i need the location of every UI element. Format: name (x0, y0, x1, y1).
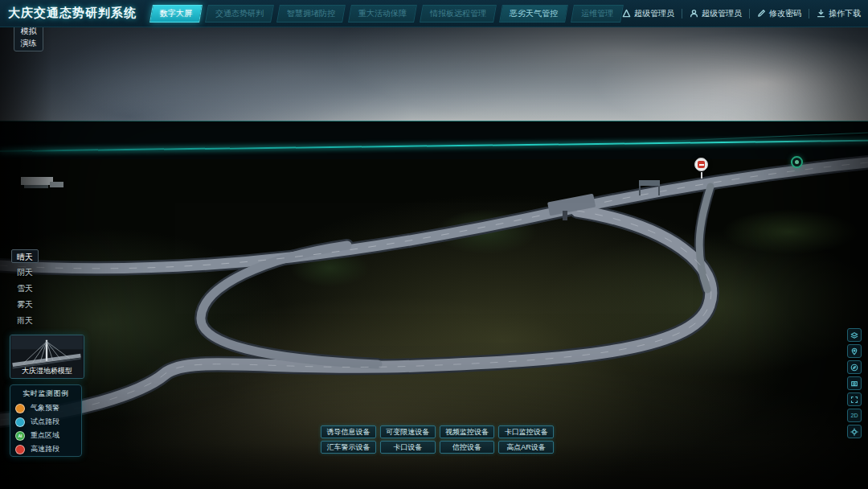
map-tool-capture[interactable] (847, 376, 862, 390)
map-toolbar: 2D (847, 328, 862, 438)
camera-marker[interactable] (791, 156, 803, 168)
tab-infoboard-management[interactable]: 情报板远程管理 (420, 5, 497, 23)
tab-ops-management[interactable]: 运维管理 (571, 5, 624, 23)
user-account[interactable]: 超级管理员 (690, 8, 742, 19)
user-role-badge[interactable]: 超级管理员 (622, 8, 674, 19)
legend-item-highway[interactable]: 高速路段 (15, 442, 76, 456)
app-window: 大庆交通态势研判系统 数字大屏 交通态势研判 智慧拥堵防控 重大活动保障 情报板… (0, 0, 868, 489)
divider (749, 9, 750, 18)
change-password-button[interactable]: 修改密码 (757, 8, 801, 19)
fullscreen-icon (850, 396, 858, 404)
pilot-road-icon (15, 417, 25, 427)
weather-warning-icon (15, 404, 25, 413)
layers-icon (850, 331, 858, 339)
device-row-2: 汇车警示设备 卡口设备 信控设备 高点AR设备 (321, 441, 554, 454)
app-title: 大庆交通态势研判系统 (8, 6, 137, 21)
toll-station-marker[interactable] (694, 158, 708, 171)
sim-button-line1: 模拟 (14, 26, 43, 38)
legend-item-key-area[interactable]: AI 重点区域 (15, 429, 76, 442)
interchange-roads (0, 27, 868, 489)
device-button-variable-speed[interactable]: 可变限速设备 (380, 425, 436, 438)
map-tool-fullscreen[interactable] (847, 392, 862, 406)
weather-option-sunny[interactable]: 晴天 (11, 249, 39, 263)
map-tool-compass[interactable] (847, 360, 862, 374)
device-button-guidance-info[interactable]: 诱导信息设备 (321, 425, 376, 438)
user-zone: 超级管理员 超级管理员 修改密码 操作下载 (622, 8, 868, 19)
divider (809, 9, 809, 18)
device-button-checkpoint-monitor[interactable]: 卡口监控设备 (498, 425, 554, 438)
legend-item-weather-warning[interactable]: 气象预警 (15, 401, 76, 415)
tab-traffic-analysis[interactable]: 交通态势研判 (205, 5, 274, 23)
device-button-merge-warning[interactable]: 汇车警示设备 (321, 441, 376, 454)
tab-severe-weather[interactable]: 恶劣天气管控 (499, 5, 568, 23)
nav-tabs: 数字大屏 交通态势研判 智慧拥堵防控 重大活动保障 情报板远程管理 恶劣天气管控… (151, 5, 622, 23)
divider (682, 9, 682, 18)
location-pin-icon (850, 347, 858, 355)
device-button-signal-control[interactable]: 信控设备 (440, 441, 495, 454)
bridge-model-caption: 大庆湿地桥模型 (10, 366, 84, 376)
bridge-model-card[interactable]: 大庆湿地桥模型 (10, 335, 84, 379)
weather-selector: 晴天 阴天 雪天 雾天 雨天 (11, 249, 39, 327)
download-icon (817, 9, 825, 18)
monitoring-legend-panel: 实时监测图例 气象预警 试点路段 AI 重点区域 高速路段 (10, 384, 82, 457)
key-area-ai-icon: AI (15, 431, 25, 441)
tab-digital-screen[interactable]: 数字大屏 (149, 5, 203, 23)
map-tool-2d-toggle[interactable]: 2D (847, 409, 862, 422)
role-badge-icon (622, 9, 631, 18)
pencil-icon (757, 9, 766, 18)
tab-event-support[interactable]: 重大活动保障 (348, 5, 417, 23)
map-tool-location[interactable] (847, 344, 862, 358)
highway-icon (15, 445, 25, 454)
top-navigation-bar: 大庆交通态势研判系统 数字大屏 交通态势研判 智慧拥堵防控 重大活动保障 情报板… (0, 0, 868, 27)
map-tool-locate[interactable] (847, 425, 862, 438)
locate-icon (850, 428, 858, 436)
tab-congestion-control[interactable]: 智慧拥堵防控 (276, 5, 346, 23)
person-icon (690, 9, 698, 18)
device-button-highpoint-ar[interactable]: 高点AR设备 (498, 441, 554, 454)
sim-button-line2: 演练 (14, 38, 43, 50)
weather-option-fog[interactable]: 雾天 (11, 298, 39, 311)
weather-option-cloudy[interactable]: 阴天 (11, 265, 39, 279)
legend-item-pilot-road[interactable]: 试点路段 (15, 415, 76, 429)
manual-download-button[interactable]: 操作下载 (817, 8, 861, 19)
legend-title: 实时监测图例 (15, 388, 76, 399)
weather-option-snow[interactable]: 雪天 (11, 281, 39, 295)
capture-icon (850, 380, 858, 388)
map-3d-scene[interactable] (0, 27, 868, 489)
device-button-checkpoint[interactable]: 卡口设备 (380, 441, 436, 454)
toll-sign-icon (698, 161, 705, 168)
device-button-video-surveillance[interactable]: 视频监控设备 (440, 425, 495, 438)
simulation-drill-button[interactable]: 模拟 演练 (14, 23, 43, 51)
buildings (21, 177, 63, 188)
compass-icon (850, 364, 858, 372)
weather-option-rain[interactable]: 雨天 (11, 314, 39, 327)
camera-dot-icon (795, 160, 799, 164)
device-filter-panel: 诱导信息设备 可变限速设备 视频监控设备 卡口监控设备 汇车警示设备 卡口设备 … (321, 425, 554, 454)
device-row-1: 诱导信息设备 可变限速设备 视频监控设备 卡口监控设备 (321, 425, 554, 438)
map-tool-layers[interactable] (847, 328, 862, 342)
2d-label: 2D (851, 413, 858, 418)
